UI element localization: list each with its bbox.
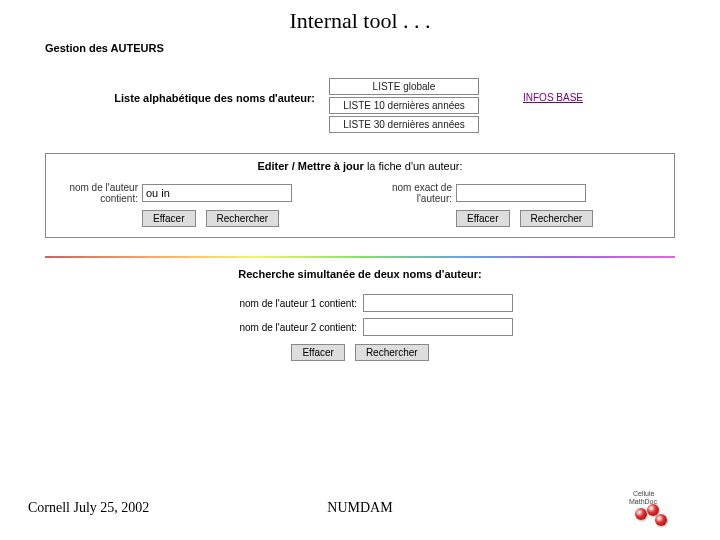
section-header-auteurs: Gestion des AUTEURS <box>45 42 675 54</box>
label-nom-exact: nom exact de l'auteur: <box>370 182 452 204</box>
double-search-row-2: nom de l'auteur 2 contient: <box>45 318 675 336</box>
alpha-list-buttons: LISTE globale LISTE 10 dernières années … <box>329 78 479 133</box>
rechercher-right-button[interactable]: Rechercher <box>520 210 594 227</box>
edit-author-panel: Editer / Mettre à jour la fiche d'un aut… <box>45 153 675 238</box>
label-nom-contient: nom de l'auteur contient: <box>56 182 138 204</box>
search-contains-col: nom de l'auteur contient: Effacer Recher… <box>56 182 350 227</box>
double-search-title: Recherche simultanée de deux noms d'aute… <box>45 268 675 280</box>
edit-author-title: Editer / Mettre à jour la fiche d'un aut… <box>56 160 664 172</box>
input-nom-contient[interactable] <box>142 184 292 202</box>
input-auteur2[interactable] <box>363 318 513 336</box>
footer-logo: Cellule MathDoc <box>629 490 675 526</box>
double-search-row-1: nom de l'auteur 1 contient: <box>45 294 675 312</box>
rainbow-separator <box>45 256 675 258</box>
page-title: Internal tool . . . <box>0 8 720 34</box>
footer: Cornell July 25, 2002 NUMDAM Cellule Mat… <box>0 490 720 526</box>
input-auteur1[interactable] <box>363 294 513 312</box>
footer-left-text: Cornell July 25, 2002 <box>28 500 149 516</box>
liste-30-button[interactable]: LISTE 30 dernières années <box>329 116 479 133</box>
effacer-double-button[interactable]: Effacer <box>291 344 345 361</box>
rechercher-double-button[interactable]: Rechercher <box>355 344 429 361</box>
tool-area: Gestion des AUTEURS Liste alphabétique d… <box>45 42 675 492</box>
footer-center-text: NUMDAM <box>327 500 392 516</box>
rechercher-left-button[interactable]: Rechercher <box>206 210 280 227</box>
effacer-left-button[interactable]: Effacer <box>142 210 196 227</box>
liste-globale-button[interactable]: LISTE globale <box>329 78 479 95</box>
label-auteur2: nom de l'auteur 2 contient: <box>207 322 357 333</box>
input-nom-exact[interactable] <box>456 184 586 202</box>
search-exact-col: nom exact de l'auteur: Effacer Recherche… <box>370 182 664 227</box>
alpha-list-label: Liste alphabétique des noms d'auteur: <box>45 78 315 104</box>
label-auteur1: nom de l'auteur 1 contient: <box>207 298 357 309</box>
infos-base-link[interactable]: INFOS BASE <box>523 92 583 103</box>
liste-10-button[interactable]: LISTE 10 dernières années <box>329 97 479 114</box>
effacer-right-button[interactable]: Effacer <box>456 210 510 227</box>
alpha-list-row: Liste alphabétique des noms d'auteur: LI… <box>45 78 675 133</box>
